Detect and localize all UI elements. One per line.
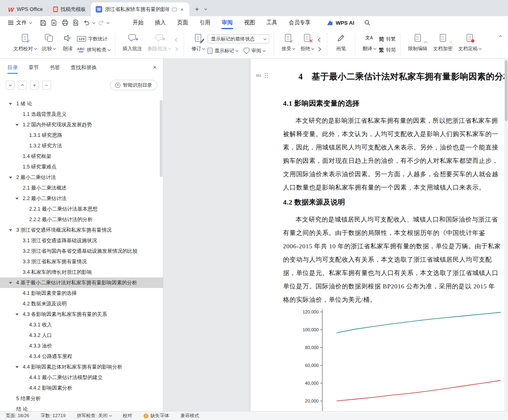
- spellcheck-indicator[interactable]: 拼写检查: 关闭: [77, 413, 111, 419]
- outline-item[interactable]: 1.2 国内外研究现状及发展趋势: [0, 119, 163, 130]
- next-revision-button[interactable]: [317, 47, 322, 52]
- sidebar-tab-目录[interactable]: 目录: [7, 59, 18, 77]
- outline-item[interactable]: 结 论: [0, 404, 163, 411]
- collapse-triangle-icon[interactable]: [7, 282, 14, 284]
- menu-tab-开始[interactable]: 开始: [127, 16, 149, 29]
- compare-button[interactable]: 比较: [39, 32, 58, 57]
- outline-item[interactable]: 4.3 各影响因素与私家车拥有量的关系: [0, 309, 163, 320]
- reject-button[interactable]: 拒绝: [298, 32, 317, 57]
- ribbon-collapse-button[interactable]: [497, 32, 504, 40]
- outline-item[interactable]: 1.3.1 研究思路: [0, 130, 163, 141]
- compat-mode-indicator[interactable]: 兼容模式: [180, 413, 199, 419]
- collapse-triangle-icon[interactable]: [14, 313, 20, 316]
- outline-item[interactable]: 4.1 影响因素变量的选择: [0, 288, 163, 298]
- word-count-indicator[interactable]: 字数: 12719: [41, 413, 65, 419]
- search-button[interactable]: [362, 18, 372, 28]
- drag-handle-icon[interactable]: [264, 72, 268, 78]
- redo-chevron-icon[interactable]: [107, 21, 109, 23]
- translate-button[interactable]: 文A 翻译: [360, 32, 379, 57]
- proofread-indicator[interactable]: 校对: [123, 413, 132, 419]
- outline-item[interactable]: 1.1 选题背景及意义: [0, 109, 163, 119]
- document-scrollbar-thumb[interactable]: [505, 60, 508, 121]
- outline-item[interactable]: 2.2 最小二乘估计法: [0, 193, 163, 204]
- tab-current-doc[interactable]: W 浙江省私家轿车拥有量的影响 ×: [91, 2, 189, 16]
- collapse-triangle-icon[interactable]: [7, 229, 14, 231]
- print-button[interactable]: [60, 18, 70, 28]
- outline-item[interactable]: 4 基于最小二乘估计法对私家车拥有量影响因素的分析: [0, 277, 163, 288]
- outline-item[interactable]: 5 结果分析: [0, 393, 163, 404]
- outline-item[interactable]: 1.3.2 研究方法: [0, 141, 163, 151]
- smart-toc-button[interactable]: 智能识别目录: [110, 80, 157, 90]
- show-markup-button[interactable]: 显示标记: [208, 47, 238, 54]
- page-indicator[interactable]: 页面: 18/26: [6, 413, 29, 419]
- markup-state-select[interactable]: 显示标记的最终状态: [208, 34, 269, 43]
- review-menu-button[interactable]: 审阅: [244, 47, 265, 54]
- zoom-out-outline-button[interactable]: [42, 81, 51, 90]
- outline-item[interactable]: 3.2 浙江省与国内各省交通基础设施发展情况的比较: [0, 246, 163, 256]
- file-menu-button[interactable]: 文件: [5, 19, 35, 26]
- previous-revision-button[interactable]: [317, 37, 322, 43]
- outline-item[interactable]: 4.4.1 最小二乘估计法模型的建立: [0, 372, 163, 383]
- outline-item[interactable]: 4.2 数据来源及说明: [0, 298, 163, 309]
- encrypt-button[interactable]: 文档加密: [430, 32, 455, 57]
- collapse-triangle-icon[interactable]: [7, 177, 14, 179]
- outline-item[interactable]: 3.3 浙江省私家车拥有量情况: [0, 256, 163, 267]
- sidebar-close-icon[interactable]: ×: [153, 64, 156, 70]
- menu-tab-会员专享[interactable]: 会员专享: [283, 16, 316, 29]
- pen-button[interactable]: 画笔: [332, 32, 350, 57]
- menu-tab-页面[interactable]: 页面: [171, 16, 194, 29]
- outline-item[interactable]: 3 浙江省交通环境概况和私家车拥有量情况: [0, 225, 163, 235]
- tab-wps-home[interactable]: W WPS Office: [3, 2, 48, 16]
- expand-all-button[interactable]: [6, 81, 15, 90]
- outline-item[interactable]: 2.2.2 最小二乘估计法的分析: [0, 214, 163, 225]
- collapse-triangle-icon[interactable]: [14, 124, 20, 126]
- tab-close-icon[interactable]: ×: [180, 6, 184, 13]
- read-aloud-button[interactable]: 朗读: [58, 32, 77, 57]
- wps-ai-button[interactable]: WPS AI: [327, 20, 354, 26]
- outline-item[interactable]: 1.4 研究框架: [0, 151, 163, 162]
- to-traditional-button[interactable]: 简 转繁: [379, 36, 396, 43]
- collapse-triangle-icon[interactable]: [14, 198, 20, 200]
- outline-item[interactable]: 4.3.4 公路通车里程: [0, 351, 163, 362]
- restrict-editing-button[interactable]: 限制编辑: [405, 32, 430, 57]
- outline-item[interactable]: 4.3.1 收入: [0, 320, 163, 330]
- outline-item[interactable]: 2.1 最小二乘法概述: [0, 183, 163, 193]
- outline-item[interactable]: 1 绪 论: [0, 98, 163, 109]
- track-changes-button[interactable]: 修订: [189, 32, 208, 57]
- insert-comment-button[interactable]: 插入批注: [120, 32, 145, 57]
- collapse-triangle-icon[interactable]: [7, 103, 14, 105]
- sidebar-tab-书签[interactable]: 书签: [49, 59, 60, 77]
- outline-item[interactable]: 2.2.1 最小二乘估计法基本思想: [0, 204, 163, 214]
- doc-proofing-button[interactable]: 文档校对: [11, 32, 39, 57]
- tab-template-doc[interactable]: 找稿壳模板: [48, 2, 91, 16]
- menu-tab-引用[interactable]: 引用: [194, 16, 216, 29]
- outline-item[interactable]: 2 最小二乘估计法: [0, 172, 163, 183]
- document-page[interactable]: H1 4 基于最小二乘估计法对私家车拥有量影响因素的分析 4.1 影响因素变量的…: [251, 59, 508, 411]
- outline-item[interactable]: 1.5 研究重难点: [0, 162, 163, 172]
- to-simplified-button[interactable]: 繁 转简: [379, 47, 396, 53]
- collapse-all-button[interactable]: [18, 81, 27, 90]
- undo-chevron-icon[interactable]: [92, 21, 95, 23]
- heading-controls[interactable]: H1: [256, 72, 268, 78]
- save-button[interactable]: [38, 18, 48, 28]
- outline-item[interactable]: 3.4 私家车的增长对浙江的影响: [0, 267, 163, 277]
- outline-item[interactable]: 4.4.2 影响因素分析: [0, 383, 163, 393]
- zoom-in-outline-button[interactable]: [30, 81, 39, 90]
- export-pdf-button[interactable]: [49, 18, 59, 28]
- document-scrollbar[interactable]: [504, 59, 508, 411]
- menu-tab-插入[interactable]: 插入: [149, 16, 171, 29]
- menu-tab-审阅[interactable]: 审阅: [216, 16, 238, 29]
- menu-tab-视图[interactable]: 视图: [238, 16, 261, 29]
- tab-list-chevron-icon[interactable]: [204, 7, 207, 10]
- new-tab-button[interactable]: +: [192, 4, 202, 15]
- finalize-button[interactable]: 文档定稿: [455, 32, 484, 57]
- collapse-triangle-icon[interactable]: [14, 366, 20, 368]
- word-count-button[interactable]: 123 字数统计: [77, 36, 110, 43]
- undo-button[interactable]: [82, 18, 92, 28]
- spell-check-button[interactable]: ABC 拼写检查: [77, 47, 110, 53]
- menu-tab-工具[interactable]: 工具: [261, 16, 283, 29]
- outline-item[interactable]: 3.1 浙江省交通道路基础设施状况: [0, 235, 163, 246]
- sidebar-scrollbar-thumb[interactable]: [160, 100, 163, 177]
- outline-item[interactable]: 4.3.3 油价: [0, 341, 163, 351]
- accept-button[interactable]: 接受: [279, 32, 298, 57]
